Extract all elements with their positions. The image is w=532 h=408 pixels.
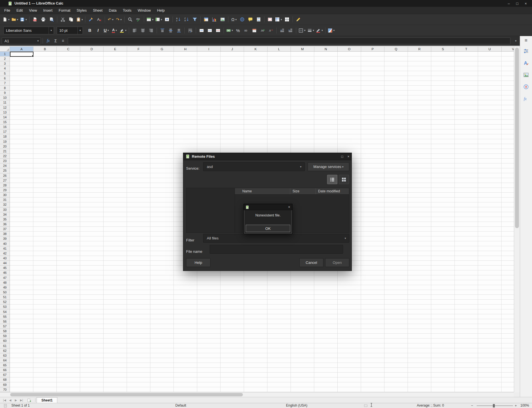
headers-footers-button[interactable] bbox=[255, 16, 262, 24]
paste-dropdown[interactable]: ▾ bbox=[82, 18, 83, 21]
row-header[interactable]: 27 bbox=[0, 178, 10, 183]
paste-button[interactable]: ▾ bbox=[75, 16, 84, 24]
border-style-button[interactable]: ▾ bbox=[307, 26, 315, 34]
file-list-column-header[interactable]: Date modified bbox=[316, 188, 349, 194]
name-box[interactable]: A1 ▾ bbox=[2, 37, 41, 44]
column-header[interactable]: F bbox=[127, 47, 151, 52]
row-header[interactable]: 17 bbox=[0, 129, 10, 134]
merge-cells-button[interactable] bbox=[206, 26, 214, 34]
column-header[interactable]: G bbox=[150, 47, 174, 52]
file-list-column-header[interactable]: Size bbox=[290, 188, 316, 194]
wrap-text-button[interactable] bbox=[186, 26, 194, 34]
horizontal-scrollbar-thumb[interactable] bbox=[10, 393, 243, 396]
row-header[interactable]: 69 bbox=[0, 382, 10, 387]
menu-tools[interactable]: Tools bbox=[120, 7, 134, 14]
row-header[interactable]: 48 bbox=[0, 280, 10, 285]
column-header[interactable]: P bbox=[361, 47, 385, 52]
define-print-area-button[interactable] bbox=[266, 16, 274, 24]
new-document-button[interactable]: ▾ bbox=[2, 16, 10, 24]
show-draw-functions-button[interactable] bbox=[295, 16, 302, 24]
currency-dropdown[interactable]: ▾ bbox=[232, 29, 233, 32]
row-header[interactable]: 50 bbox=[0, 290, 10, 295]
row-header[interactable]: 62 bbox=[0, 348, 10, 353]
row-header[interactable]: 23 bbox=[0, 159, 10, 163]
font-name-combo[interactable]: Liberation Sans ▾ bbox=[3, 27, 54, 34]
row-header[interactable]: 9 bbox=[0, 91, 10, 95]
sheet-count-status[interactable]: Sheet 1 of 1 bbox=[11, 403, 30, 408]
font-color-dropdown[interactable]: ▾ bbox=[115, 29, 117, 32]
row-header[interactable]: 54 bbox=[0, 309, 10, 314]
format-as-currency-button[interactable]: ▾ bbox=[226, 26, 234, 34]
row-header[interactable]: 6 bbox=[0, 76, 10, 81]
row-header[interactable]: 52 bbox=[0, 300, 10, 304]
cancel-button[interactable]: Cancel bbox=[299, 258, 323, 267]
insert-columns-dropdown[interactable]: ▾ bbox=[161, 18, 162, 21]
export-pdf-button[interactable] bbox=[31, 16, 39, 24]
redo-button[interactable]: ↷▾ bbox=[115, 16, 123, 24]
underline-button[interactable]: U▾ bbox=[102, 26, 110, 34]
column-header[interactable]: Q bbox=[384, 47, 408, 52]
format-as-percent-button[interactable]: % bbox=[234, 26, 242, 34]
open-button[interactable]: Open bbox=[325, 258, 349, 267]
row-header[interactable]: 18 bbox=[0, 134, 10, 139]
format-as-number-button[interactable] bbox=[242, 26, 250, 34]
align-center-button[interactable] bbox=[139, 26, 147, 34]
save-dropdown[interactable]: ▾ bbox=[26, 18, 27, 21]
horizontal-scrollbar[interactable] bbox=[0, 392, 514, 397]
row-header[interactable]: 19 bbox=[0, 139, 10, 144]
format-as-date-button[interactable] bbox=[251, 26, 258, 34]
insert-rows-button[interactable]: ▾ bbox=[146, 16, 154, 24]
row-header[interactable]: 44 bbox=[0, 261, 10, 266]
border-color-button[interactable]: ▾ bbox=[315, 26, 323, 34]
column-header[interactable]: L bbox=[268, 47, 291, 52]
highlight-color-dropdown[interactable]: ▾ bbox=[125, 29, 127, 32]
first-sheet-button[interactable]: |◀ bbox=[2, 399, 7, 402]
insert-chart-button[interactable] bbox=[211, 16, 218, 24]
menu-format[interactable]: Format bbox=[56, 7, 73, 14]
bold-button[interactable]: B bbox=[86, 26, 94, 34]
row-header[interactable]: 38 bbox=[0, 232, 10, 236]
row-header[interactable]: 60 bbox=[0, 338, 10, 343]
row-header[interactable]: 40 bbox=[0, 241, 10, 246]
row-header[interactable]: 14 bbox=[0, 115, 10, 120]
border-color-dropdown[interactable]: ▾ bbox=[321, 29, 323, 32]
column-header[interactable]: B bbox=[33, 47, 57, 52]
align-bottom-button[interactable] bbox=[175, 26, 183, 34]
row-header[interactable]: 3 bbox=[0, 61, 10, 66]
manage-services-dropdown[interactable]: ▾ bbox=[342, 165, 344, 168]
cut-button[interactable] bbox=[59, 16, 67, 24]
row-header[interactable]: 29 bbox=[0, 188, 10, 193]
row-header[interactable]: 16 bbox=[0, 125, 10, 129]
row-header[interactable]: 2 bbox=[0, 56, 10, 61]
row-header[interactable]: 57 bbox=[0, 324, 10, 329]
clear-formatting-button[interactable] bbox=[95, 16, 103, 24]
zoom-in-button[interactable]: + bbox=[515, 403, 517, 408]
column-header[interactable]: E bbox=[104, 47, 127, 52]
vertical-scrollbar[interactable] bbox=[514, 47, 520, 392]
formula-button[interactable]: = bbox=[59, 37, 67, 44]
delete-decimal-place-button[interactable] bbox=[267, 26, 275, 34]
function-wizard-button[interactable]: fx bbox=[45, 37, 52, 44]
row-header[interactable]: 49 bbox=[0, 285, 10, 290]
row-header[interactable]: 46 bbox=[0, 270, 10, 275]
row-header[interactable]: 67 bbox=[0, 373, 10, 377]
manage-services-button[interactable]: Manage services ▾ bbox=[308, 162, 349, 171]
expand-formula-bar-button[interactable]: ▾ bbox=[513, 39, 519, 42]
row-header[interactable]: 7 bbox=[0, 81, 10, 86]
row-header[interactable]: 22 bbox=[0, 154, 10, 159]
file-list-column-header[interactable]: Name bbox=[235, 188, 290, 194]
highlight-color-button[interactable]: ▾ bbox=[119, 26, 127, 34]
folder-tree-pane[interactable] bbox=[186, 188, 235, 232]
dialog-maximize-button[interactable]: □ bbox=[339, 155, 345, 159]
row-header[interactable]: 24 bbox=[0, 163, 10, 168]
row-header[interactable]: 21 bbox=[0, 149, 10, 154]
zoom-level[interactable]: 100% bbox=[520, 403, 529, 408]
menu-data[interactable]: Data bbox=[106, 7, 119, 14]
sidebar-item-properties[interactable] bbox=[522, 47, 530, 55]
clone-formatting-button[interactable] bbox=[87, 16, 95, 24]
autofilter-button[interactable] bbox=[191, 16, 199, 24]
add-decimal-place-button[interactable] bbox=[259, 26, 266, 34]
conditional-formatting-button[interactable]: ▾ bbox=[327, 26, 335, 34]
menu-file[interactable]: File bbox=[1, 7, 13, 14]
borders-dropdown[interactable]: ▾ bbox=[304, 29, 306, 32]
